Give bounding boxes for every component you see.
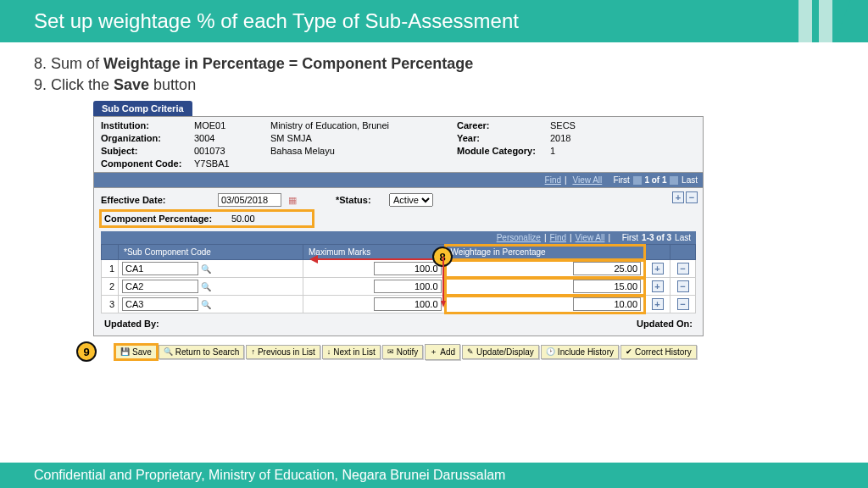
updated-by-label: Updated By:	[104, 319, 159, 329]
record-pos: 1 of 1	[644, 175, 666, 185]
updated-on-label: Updated On:	[637, 319, 693, 329]
update-button[interactable]: ✎Update/Display	[462, 345, 539, 359]
slide-header: Set up weightage % of each Type of Sub-A…	[0, 0, 868, 42]
notify-button[interactable]: ✉Notify	[382, 345, 424, 359]
col-weightage[interactable]: Weightage in Percentage	[445, 245, 644, 260]
down-icon: ↓	[327, 347, 331, 356]
subcomponent-grid: *Sub Component Code Maximum Marks Weight…	[101, 244, 696, 313]
prev-icon[interactable]	[633, 176, 642, 185]
next-list-button[interactable]: ↓Next in List	[322, 345, 381, 359]
weightage-input[interactable]	[573, 297, 641, 311]
effdate-label: Effective Date:	[101, 195, 211, 205]
year-label: Year:	[457, 133, 550, 143]
row-add-button[interactable]: +	[652, 263, 664, 274]
include-history-button[interactable]: 🕑Include History	[541, 345, 619, 359]
correct-history-button[interactable]: ✔Correct History	[620, 345, 697, 359]
last-label: Last	[682, 175, 698, 185]
grid-find-link[interactable]: Find	[550, 233, 566, 242]
lookup-icon[interactable]: 🔍	[201, 264, 211, 274]
info-panel: Institution: MOE01 Ministry of Education…	[93, 116, 704, 173]
row-add-button[interactable]: +	[652, 280, 664, 292]
del-row-top[interactable]: −	[686, 191, 698, 203]
update-icon: ✎	[467, 347, 474, 356]
button-bar: 9 💾Save 🔍Return to Search ↑Previous in L…	[93, 341, 834, 362]
weightage-input[interactable]	[573, 280, 641, 293]
component-percentage-row: Component Percentage: 50.00	[101, 211, 313, 226]
weightage-input[interactable]	[573, 262, 641, 275]
maxmarks-input[interactable]	[374, 262, 442, 275]
row-del-button[interactable]: −	[677, 263, 689, 274]
effdate-input[interactable]	[218, 193, 281, 207]
callout-8: 8	[432, 247, 453, 267]
personalize-link[interactable]: Personalize	[497, 233, 541, 242]
org-code: 3004	[194, 133, 270, 143]
save-icon: 💾	[120, 347, 130, 356]
row-del-button[interactable]: −	[677, 298, 689, 310]
subcode-input[interactable]	[122, 297, 198, 311]
subcode-input[interactable]	[122, 262, 198, 275]
subject-code: 001073	[194, 146, 270, 156]
prev-list-button[interactable]: ↑Previous in List	[246, 345, 320, 359]
add-button[interactable]: ＋Add	[425, 344, 460, 360]
app-screenshot: Sub Comp Criteria Institution: MOE01 Min…	[93, 101, 704, 336]
institution-name: Ministry of Education, Brunei	[270, 120, 457, 130]
add-row-top[interactable]: +	[672, 191, 684, 203]
header-accent	[792, 0, 868, 42]
subject-name: Bahasa Melayu	[270, 146, 457, 156]
institution-label: Institution:	[101, 120, 194, 130]
history-icon: 🕑	[546, 347, 555, 356]
org-name: SM SMJA	[270, 133, 457, 143]
record-nav-bar: Find| View All First 1 of 1 Last	[93, 173, 704, 188]
table-row: 3 🔍+−	[102, 296, 696, 313]
compcode-value: Y7SBA1	[194, 158, 270, 169]
org-label: Organization:	[101, 133, 194, 143]
maxmarks-input[interactable]	[374, 297, 442, 311]
lookup-icon[interactable]: 🔍	[201, 282, 211, 291]
institution-code: MOE01	[194, 120, 270, 130]
step-9: 9. Click the Save button	[34, 76, 834, 94]
subform: + − Effective Date: ▦ *Status: Active Co…	[93, 188, 704, 336]
grid-pos: 1-3 of 3	[642, 233, 671, 242]
subject-label: Subject:	[101, 146, 194, 156]
step-8: 8. Sum of Weightage in Percentage = Comp…	[34, 55, 834, 73]
status-label: *Status:	[336, 195, 382, 205]
first-label: First	[613, 175, 629, 185]
up-icon: ↑	[251, 347, 255, 356]
calendar-icon[interactable]: ▦	[288, 195, 297, 206]
grid-nav-bar: Personalize| Find| View All| First 1-3 o…	[101, 231, 696, 244]
search-icon: 🔍	[164, 347, 173, 356]
table-row: 2 🔍+−	[102, 278, 696, 296]
row-del-button[interactable]: −	[677, 280, 689, 292]
modcat-label: Module Category:	[457, 146, 550, 156]
compcode-label: Component Code:	[101, 158, 194, 169]
next-icon[interactable]	[670, 176, 678, 185]
add-icon: ＋	[430, 347, 437, 358]
correct-icon: ✔	[626, 347, 632, 356]
maxmarks-input[interactable]	[374, 280, 442, 293]
find-link[interactable]: Find	[545, 175, 561, 185]
table-row: 1 🔍+−	[102, 260, 696, 278]
comppct-value: 50.00	[231, 214, 255, 224]
lookup-icon[interactable]: 🔍	[201, 300, 211, 309]
return-button[interactable]: 🔍Return to Search	[159, 345, 245, 359]
viewall-link[interactable]: View All	[572, 175, 602, 185]
career-value: SECS	[550, 120, 618, 130]
slide-footer: Confidential and Proprietary, Ministry o…	[0, 463, 868, 488]
save-button[interactable]: 💾Save	[115, 345, 157, 359]
modcat-value: 1	[550, 146, 618, 156]
slide-title: Set up weightage % of each Type of Sub-A…	[0, 9, 519, 33]
comppct-label: Component Percentage:	[104, 214, 231, 224]
status-select[interactable]: Active	[389, 193, 433, 207]
tab-sub-comp-criteria[interactable]: Sub Comp Criteria	[93, 101, 192, 116]
callout-9: 9	[76, 341, 97, 362]
year-value: 2018	[550, 133, 618, 143]
slide-content: 8. Sum of Weightage in Percentage = Comp…	[0, 42, 868, 362]
grid-viewall-link[interactable]: View All	[576, 233, 605, 242]
career-label: Career:	[457, 120, 550, 130]
subcode-input[interactable]	[122, 280, 198, 293]
notify-icon: ✉	[387, 347, 394, 356]
row-add-button[interactable]: +	[652, 298, 664, 310]
col-max-marks[interactable]: Maximum Marks	[303, 245, 445, 260]
col-sub-code[interactable]: *Sub Component Code	[119, 245, 303, 260]
